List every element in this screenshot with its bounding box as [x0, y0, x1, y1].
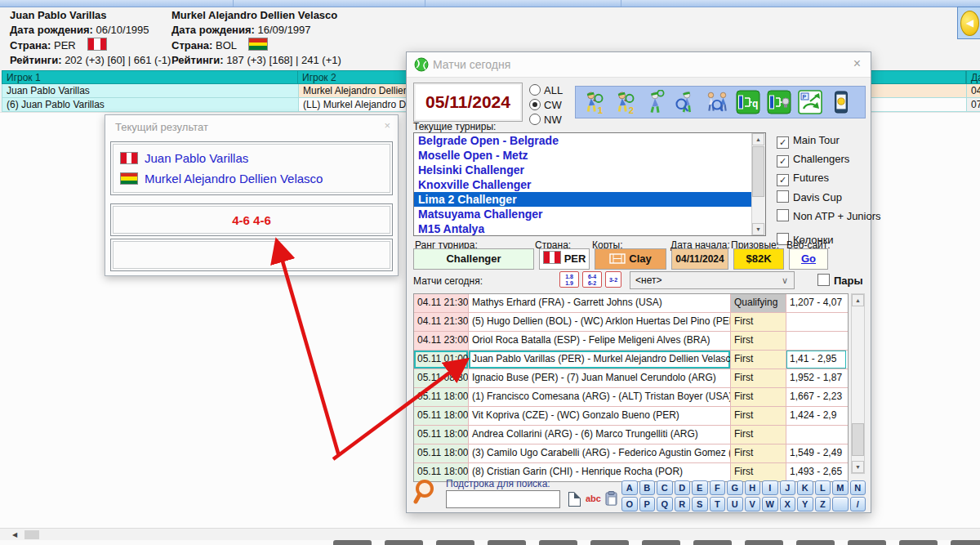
scroll-left-icon[interactable]: ◀	[8, 530, 21, 540]
horizontal-scrollbar[interactable]: ◀	[0, 528, 980, 541]
taskbar-button[interactable]	[436, 540, 474, 545]
letter-button[interactable]: F	[710, 480, 726, 495]
player-stats-icon[interactable]	[641, 88, 669, 116]
player2-profile-icon[interactable]: 2	[610, 88, 638, 116]
letter-button[interactable]: P	[639, 497, 656, 511]
scroll-down-icon[interactable]: ▼	[852, 461, 864, 473]
bgtable-header-date[interactable]: Дата	[966, 70, 980, 84]
taskbar-button[interactable]	[333, 540, 372, 545]
letter-button[interactable]: K	[797, 480, 813, 495]
letter-button[interactable]: A	[621, 480, 638, 495]
letter-button[interactable]: H	[745, 480, 761, 495]
taskbar-button[interactable]	[848, 540, 886, 545]
letter-button[interactable]: D	[675, 480, 691, 495]
taskbar-button[interactable]	[796, 540, 835, 545]
matches-scrollbar[interactable]: ▲ ▼	[851, 293, 865, 474]
scroll-up-icon[interactable]: ▲	[852, 294, 864, 306]
letter-button[interactable]: J	[780, 480, 796, 495]
match-row[interactable]: 04.11 21:30 Mathys Erhard (FRA) - Garret…	[414, 294, 848, 313]
taskbar-button[interactable]	[951, 540, 980, 545]
table-row[interactable]: Juan Pablo Varillas	[2, 84, 298, 98]
taskbar-button[interactable]	[642, 540, 680, 545]
tournament-item[interactable]: Helsinki Challenger	[414, 163, 765, 177]
match-row[interactable]: 05.11 18:00 Andrea Collarini (ARG) - (6)…	[414, 426, 848, 444]
close-icon[interactable]: ×	[853, 56, 861, 71]
letter-button[interactable]: W	[762, 497, 778, 511]
taskbar-button[interactable]	[693, 540, 732, 545]
letter-button[interactable]: I	[762, 480, 778, 495]
taskbar-button[interactable]	[539, 540, 577, 545]
odds-format-button-2[interactable]: 6-46-2	[582, 271, 602, 288]
table-row[interactable]: 04	[966, 84, 980, 98]
letter-button[interactable]: S	[692, 497, 708, 511]
match-row-selected[interactable]: 05.11 01:00 Juan Pablo Varillas (PER) - …	[414, 351, 848, 369]
scroll-down-icon[interactable]: ▼	[752, 223, 764, 235]
back-button[interactable]: ◀	[957, 7, 980, 39]
letter-button[interactable]: G	[727, 480, 743, 495]
letter-button[interactable]: L	[815, 480, 831, 495]
match-row[interactable]: 04.11 23:00 Oriol Roca Batalla (ESP) - F…	[414, 332, 848, 351]
letter-button[interactable]: R	[675, 497, 691, 511]
match-row[interactable]: 04.11 21:30 (5) Hugo Dellien (BOL) - (WC…	[414, 313, 848, 332]
match-row[interactable]: 05.11 08:30 Ignacio Buse (PER) - (7) Jua…	[414, 369, 848, 388]
tournament-item[interactable]: Belgrade Open - Belgrade	[414, 133, 765, 148]
taskbar-button[interactable]	[590, 540, 629, 545]
letter-button-slash[interactable]: /	[850, 497, 866, 511]
letter-button[interactable]: U	[727, 497, 743, 511]
tournament-item-selected[interactable]: Lima 2 Challenger	[414, 192, 765, 207]
letter-button[interactable]: Z	[815, 497, 831, 511]
filter-davis-cup[interactable]: Davis Cup	[777, 190, 842, 205]
scroll-thumb[interactable]	[852, 423, 864, 456]
date-selector[interactable]: 05/11/2024	[413, 83, 523, 122]
match-row[interactable]: 05.11 18:00 Vit Kopriva (CZE) - (WC) Gon…	[414, 407, 848, 426]
mobile-app-icon[interactable]	[827, 88, 855, 116]
search-input[interactable]	[446, 490, 560, 508]
player-search-icon[interactable]	[672, 88, 700, 116]
player1-profile-icon[interactable]: 1	[579, 88, 607, 116]
tournament-item[interactable]: M15 Antalya	[414, 221, 765, 236]
taskbar-button[interactable]	[488, 540, 526, 545]
filter-main-tour[interactable]: ✓Main Tour	[777, 134, 840, 149]
letter-button[interactable]: B	[639, 480, 656, 495]
qualifying-draw-icon[interactable]: q	[734, 88, 762, 116]
scroll-up-icon[interactable]: ▲	[752, 133, 764, 145]
scroll-thumb[interactable]	[24, 530, 39, 539]
abc-spellcheck-icon[interactable]: abc	[586, 494, 601, 503]
filter-non-atp-juniors[interactable]: Non ATP + Juniors	[777, 209, 881, 224]
radio-all[interactable]: ALL	[529, 84, 563, 97]
pairs-checkbox[interactable]: Пары	[817, 274, 863, 288]
letter-button[interactable]: O	[621, 497, 638, 511]
radio-cw[interactable]: CW	[529, 99, 562, 112]
letter-button-blank[interactable]	[832, 497, 849, 511]
radio-nw[interactable]: NW	[529, 114, 562, 127]
scroll-thumb[interactable]	[752, 146, 764, 197]
filter-challengers[interactable]: ✓Challengers	[777, 153, 849, 168]
letter-button[interactable]: Y	[797, 497, 813, 511]
match-row[interactable]: 05.11 18:00 (1) Francisco Comesana (ARG)…	[414, 388, 848, 407]
bgtable-header-player1[interactable]: Игрок 1	[2, 70, 298, 84]
letter-button[interactable]: E	[692, 480, 708, 495]
export-refresh-icon[interactable]: P	[796, 88, 824, 116]
head-to-head-icon[interactable]	[703, 88, 731, 116]
taskbar-button[interactable]	[385, 540, 423, 545]
letter-button[interactable]: M	[832, 480, 849, 495]
odds-format-button-1[interactable]: 1.81.9	[559, 271, 579, 288]
tournament-item[interactable]: Matsuyama Challenger	[414, 207, 765, 221]
filter-dropdown[interactable]: <нет>∨	[630, 271, 795, 289]
paste-clipboard-icon[interactable]	[605, 491, 618, 506]
close-icon[interactable]: ×	[384, 119, 390, 132]
tournament-item[interactable]: Knoxville Challenger	[414, 177, 765, 192]
table-row[interactable]: 07	[966, 98, 980, 112]
tournament-item[interactable]: Moselle Open - Metz	[414, 148, 765, 163]
new-document-icon[interactable]	[568, 492, 581, 507]
letter-button[interactable]: V	[745, 497, 761, 511]
taskbar-button[interactable]	[899, 540, 938, 545]
odds-format-button-3[interactable]: 3-2	[605, 271, 621, 288]
taskbar-button[interactable]	[745, 540, 783, 545]
filter-futures[interactable]: ✓Futures	[777, 172, 829, 186]
main-draw-icon[interactable]	[765, 88, 793, 116]
letter-button[interactable]: T	[710, 497, 726, 511]
letter-button[interactable]: N	[850, 480, 866, 495]
website-go-link[interactable]: Go	[789, 248, 828, 270]
letter-button[interactable]: Q	[657, 497, 673, 511]
